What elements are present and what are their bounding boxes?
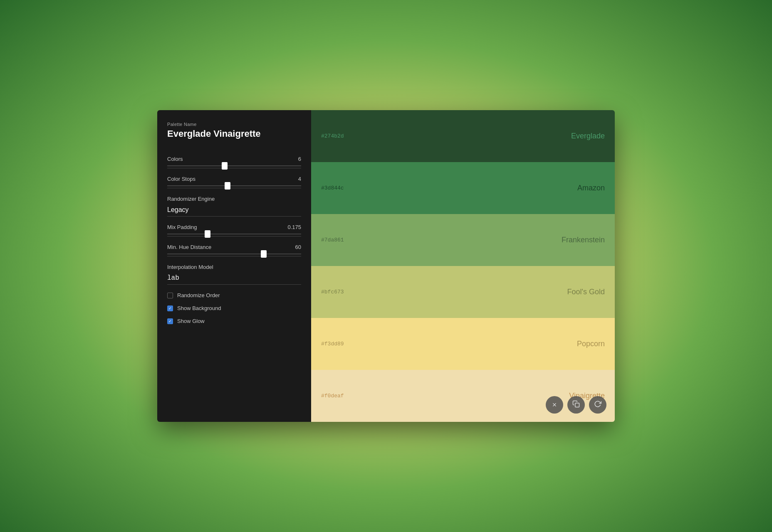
color-name-3: Fool's Gold [567,288,605,296]
randomize-order-label: Randomize Order [177,292,220,298]
colors-value: 6 [298,156,301,162]
randomizer-engine-control: Randomizer Engine Legacy [167,196,301,217]
colors-slider-track[interactable] [167,165,301,166]
mix-padding-control: Mix Padding 0.175 [167,224,301,236]
hex-code-5: #f0deaf [321,393,344,399]
sidebar: Palette Name Everglade Vinaigrette Color… [157,110,311,422]
randomize-order-checkbox[interactable] [167,293,173,298]
mix-padding-divider [167,236,301,236]
min-hue-distance-control: Min. Hue Distance 60 [167,244,301,256]
show-background-checkbox[interactable] [167,305,173,311]
hex-code-4: #f3dd89 [321,341,344,347]
colors-slider-thumb[interactable] [222,162,228,170]
interpolation-model-control: Interpolation Model lab [167,264,301,285]
randomizer-engine-label: Randomizer Engine [167,196,301,202]
colors-divider [167,168,301,168]
hex-code-2: #7da861 [321,237,344,243]
color-stops-slider-track[interactable] [167,185,301,186]
min-hue-distance-value: 60 [295,244,301,250]
show-background-group[interactable]: Show Background [167,305,301,311]
color-stops-value: 4 [298,176,301,182]
randomizer-engine-dropdown[interactable]: Legacy [167,204,301,217]
refresh-button[interactable] [589,396,606,414]
min-hue-distance-row: Min. Hue Distance 60 [167,244,301,250]
color-stops-slider-thumb[interactable] [225,182,230,190]
palette-name-group: Palette Name Everglade Vinaigrette [167,122,301,148]
show-glow-checkbox[interactable] [167,318,173,324]
show-background-label: Show Background [177,305,221,311]
min-hue-distance-label: Min. Hue Distance [167,244,211,250]
color-stops-control: Color Stops 4 [167,176,301,188]
show-glow-group[interactable]: Show Glow [167,318,301,324]
color-strip-3: #bfc673 Fool's Gold [311,266,615,318]
app-container: Palette Name Everglade Vinaigrette Color… [157,110,615,422]
color-stops-divider [167,188,301,188]
color-strip-4: #f3dd89 Popcorn [311,318,615,370]
color-stops-label: Color Stops [167,176,195,182]
hex-code-1: #3d844c [321,185,344,191]
bottom-buttons: × [546,396,606,414]
svg-rect-0 [575,403,579,407]
color-strip-2: #7da861 Frankenstein [311,214,615,266]
mix-padding-label: Mix Padding [167,224,197,230]
color-name-0: Everglade [571,132,605,140]
color-name-1: Amazon [577,184,605,192]
color-strip-0: #274b2d Everglade [311,110,615,162]
color-stops-row: Color Stops 4 [167,176,301,182]
mix-padding-slider-track[interactable] [167,234,301,234]
color-name-2: Frankenstein [562,236,605,244]
color-name-4: Popcorn [577,340,605,348]
colors-row: Colors 6 [167,156,301,162]
interpolation-model-dropdown[interactable]: lab [167,273,301,285]
color-strip-1: #3d844c Amazon [311,162,615,214]
colors-label: Colors [167,156,183,162]
colors-control: Colors 6 [167,156,301,168]
close-icon: × [552,401,557,409]
copy-button[interactable] [567,396,585,414]
hex-code-3: #bfc673 [321,289,344,295]
show-glow-label: Show Glow [177,318,205,324]
min-hue-distance-slider-thumb[interactable] [261,250,267,258]
palette-name-label: Palette Name [167,122,301,127]
mix-padding-slider-thumb[interactable] [205,230,210,238]
mix-padding-value: 0.175 [287,224,301,230]
interpolation-model-label: Interpolation Model [167,264,301,270]
color-panel: #274b2d Everglade #3d844c Amazon #7da861… [311,110,615,422]
refresh-icon [594,400,601,409]
close-button[interactable]: × [546,396,563,414]
min-hue-distance-slider-track[interactable] [167,254,301,254]
hex-code-0: #274b2d [321,133,344,139]
mix-padding-row: Mix Padding 0.175 [167,224,301,230]
randomize-order-group[interactable]: Randomize Order [167,292,301,298]
min-hue-distance-divider [167,256,301,256]
palette-name-value: Everglade Vinaigrette [167,128,301,139]
copy-icon [572,400,580,409]
